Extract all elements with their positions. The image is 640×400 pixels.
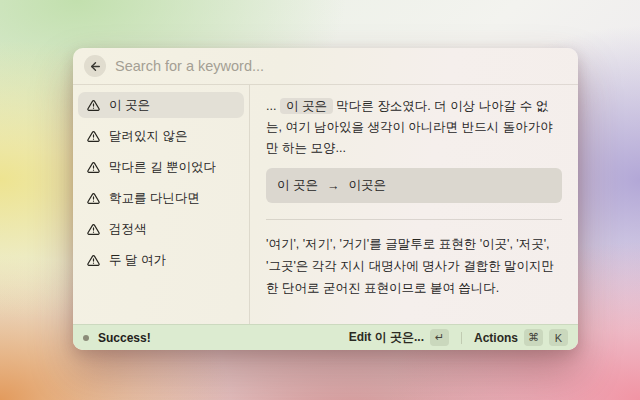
edit-keyword-label: Edit 이 곳은... — [349, 329, 424, 346]
list-item[interactable]: 학교를 다닌다면 — [78, 185, 244, 211]
status-bar: Success! Edit 이 곳은... ↵ Actions ⌘ K — [73, 324, 578, 350]
arrow-left-icon — [89, 60, 102, 73]
arrow-right-icon: → — [327, 179, 340, 193]
list-item-label: 두 달 여가 — [109, 252, 166, 269]
statusbar-separator — [461, 332, 462, 344]
main-area: 이 곳은 달려있지 않은 막다른 길 뿐이었다 학교를 다닌다면 — [73, 85, 578, 324]
search-bar — [73, 48, 578, 85]
list-item-label: 달려있지 않은 — [109, 128, 187, 145]
list-item-label: 검정색 — [109, 221, 147, 238]
edit-keyword-button[interactable]: Edit 이 곳은... ↵ — [349, 329, 449, 346]
list-item[interactable]: 검정색 — [78, 216, 244, 242]
context-prefix: ... — [266, 99, 280, 113]
enter-key-icon: ↵ — [430, 329, 449, 346]
highlighted-keyword: 이 곳은 — [280, 98, 333, 114]
search-input[interactable] — [115, 58, 567, 74]
list-item-label: 이 곳은 — [109, 97, 150, 114]
list-item[interactable]: 막다른 길 뿐이었다 — [78, 154, 244, 180]
status-text: Success! — [98, 331, 151, 345]
detail-pane: ... 이 곳은 막다른 장소였다. 더 이상 나아갈 수 없는, 여기 남아있… — [250, 85, 578, 324]
back-button[interactable] — [84, 55, 106, 77]
actions-label: Actions — [474, 331, 518, 345]
search-window: 이 곳은 달려있지 않은 막다른 길 뿐이었다 학교를 다닌다면 — [73, 48, 578, 350]
alert-triangle-icon — [87, 223, 100, 236]
statusbar-actions: Edit 이 곳은... ↵ Actions ⌘ K — [349, 329, 568, 346]
detail-divider — [266, 219, 562, 220]
alert-triangle-icon — [87, 130, 100, 143]
actions-button[interactable]: Actions ⌘ K — [474, 329, 568, 346]
list-item[interactable]: 두 달 여가 — [78, 247, 244, 273]
desktop: { "window": { "search": { "placeholder":… — [0, 0, 640, 400]
alert-triangle-icon — [87, 254, 100, 267]
result-list: 이 곳은 달려있지 않은 막다른 길 뿐이었다 학교를 다닌다면 — [73, 85, 250, 324]
status-dot-icon — [83, 335, 89, 341]
list-item[interactable]: 달려있지 않은 — [78, 123, 244, 149]
list-item-label: 막다른 길 뿐이었다 — [109, 159, 216, 176]
correction-from: 이 곳은 — [277, 177, 318, 194]
alert-triangle-icon — [87, 192, 100, 205]
list-item[interactable]: 이 곳은 — [78, 92, 244, 118]
context-sentence: ... 이 곳은 막다른 장소였다. 더 이상 나아갈 수 없는, 여기 남아있… — [266, 96, 562, 159]
correction-suggestion[interactable]: 이 곳은 → 이곳은 — [266, 168, 562, 203]
alert-triangle-icon — [87, 161, 100, 174]
grammar-explanation: '여기', '저기', '거기'를 글말투로 표현한 '이곳', '저곳', '… — [266, 233, 562, 299]
command-key-icon: ⌘ — [524, 329, 543, 346]
alert-triangle-icon — [87, 99, 100, 112]
list-item-label: 학교를 다닌다면 — [109, 190, 200, 207]
k-key-icon: K — [549, 329, 568, 346]
correction-to: 이곳은 — [348, 177, 386, 194]
